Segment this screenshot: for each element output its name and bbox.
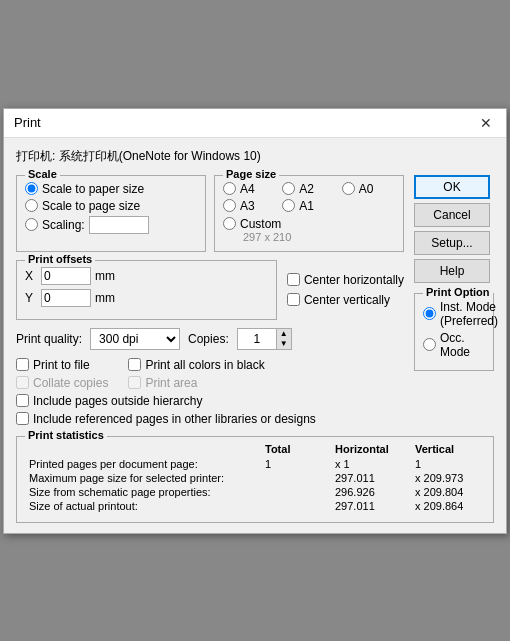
page-a1[interactable]: A1 [282, 199, 335, 213]
center-v-row[interactable]: Center vertically [287, 293, 404, 307]
scaling-radio[interactable] [25, 218, 38, 231]
stats-row1-label: Maximum page size for selected printer: [29, 472, 265, 484]
stats-row2-total [265, 486, 335, 498]
scale-paper-label: Scale to paper size [42, 182, 144, 196]
print-offsets-title: Print offsets [25, 253, 95, 265]
copies-spinner-btns: ▲ ▼ [277, 328, 292, 350]
action-buttons: OK Cancel Setup... Help Print Option Ins… [414, 175, 494, 430]
stats-row2-vertical: x 209.804 [415, 486, 485, 498]
x-input[interactable] [41, 267, 91, 285]
scale-group: Scale Scale to paper size Scale to page … [16, 175, 206, 252]
print-statistics-group: Print statistics Total Horizontal Vertic… [16, 436, 494, 523]
print-to-file-checkbox[interactable] [16, 358, 29, 371]
print-to-file-label: Print to file [33, 358, 90, 372]
offset-x-row: X mm [25, 267, 268, 285]
stats-row-2: Size from schematic page properties: 296… [25, 486, 485, 498]
stats-row-1: Maximum page size for selected printer: … [25, 472, 485, 484]
print-option-title: Print Option [423, 286, 493, 298]
center-h-checkbox[interactable] [287, 273, 300, 286]
cancel-button[interactable]: Cancel [414, 203, 490, 227]
stats-row0-vertical: 1 [415, 458, 485, 470]
include-pages-label: Include pages outside hierarchy [33, 394, 202, 408]
help-button[interactable]: Help [414, 259, 490, 283]
page-a2[interactable]: A2 [282, 182, 335, 196]
center-v-label: Center vertically [304, 293, 390, 307]
ok-button[interactable]: OK [414, 175, 490, 199]
center-h-row[interactable]: Center horizontally [287, 273, 404, 287]
stats-col-horizontal: Horizontal [335, 443, 415, 455]
x-label: X [25, 269, 37, 283]
stats-col-total: Total [265, 443, 335, 455]
page-a0[interactable]: A0 [342, 182, 395, 196]
scale-page-row[interactable]: Scale to page size [25, 199, 197, 213]
print-area-label: Print area [145, 376, 197, 390]
stats-row0-total: 1 [265, 458, 335, 470]
options-row: Print to file Collate copies Print all c… [16, 358, 404, 390]
y-unit: mm [95, 291, 115, 305]
stats-row1-vertical: x 209.973 [415, 472, 485, 484]
stats-row3-vertical: x 209.864 [415, 500, 485, 512]
stats-row3-label: Size of actual printout: [29, 500, 265, 512]
copies-down-btn[interactable]: ▼ [277, 339, 291, 349]
page-size-title: Page size [223, 168, 279, 180]
setup-button[interactable]: Setup... [414, 231, 490, 255]
occ-mode-radio[interactable] [423, 338, 436, 351]
print-to-file-row[interactable]: Print to file [16, 358, 108, 372]
stats-row-3: Size of actual printout: 297.011 x 209.8… [25, 500, 485, 512]
stats-row0-horizontal: x 1 [335, 458, 415, 470]
scale-paper-radio[interactable] [25, 182, 38, 195]
stats-header: Total Horizontal Vertical [25, 443, 485, 455]
print-all-black-row[interactable]: Print all colors in black [128, 358, 264, 372]
stats-row-0: Printed pages per document page: 1 x 1 1 [25, 458, 485, 470]
stats-row3-horizontal: 297.011 [335, 500, 415, 512]
y-input[interactable] [41, 289, 91, 307]
include-referenced-row[interactable]: Include referenced pages in other librar… [16, 412, 404, 426]
print-area-row: Print area [128, 376, 264, 390]
print-offsets-group: Print offsets X mm Y mm [16, 260, 277, 320]
print-all-black-checkbox[interactable] [128, 358, 141, 371]
page-size-group: Page size A4 A2 [214, 175, 404, 252]
copies-spinner: ▲ ▼ [237, 328, 292, 350]
include-pages-checkbox[interactable] [16, 394, 29, 407]
include-referenced-checkbox[interactable] [16, 412, 29, 425]
scaling-label: Scaling: [42, 218, 85, 232]
scaling-row[interactable]: Scaling: 1.00029 [25, 216, 197, 234]
y-label: Y [25, 291, 37, 305]
inst-mode-label: Inst. Mode (Preferred) [440, 300, 498, 328]
stats-row3-total [265, 500, 335, 512]
quality-select[interactable]: 300 dpi 600 dpi 150 dpi [90, 328, 180, 350]
scale-paper-row[interactable]: Scale to paper size [25, 182, 197, 196]
stats-title: Print statistics [25, 429, 107, 441]
copies-up-btn[interactable]: ▲ [277, 329, 291, 339]
print-area-checkbox [128, 376, 141, 389]
dialog-title: Print [14, 115, 41, 130]
collate-checkbox [16, 376, 29, 389]
close-button[interactable]: ✕ [476, 115, 496, 131]
print-dialog: Print ✕ 打印机: 系统打印机(OneNote for Windows 1… [3, 108, 507, 534]
scaling-input[interactable]: 1.00029 [89, 216, 149, 234]
x-unit: mm [95, 269, 115, 283]
stats-col-vertical: Vertical [415, 443, 485, 455]
quality-label: Print quality: [16, 332, 82, 346]
include-pages-row[interactable]: Include pages outside hierarchy [16, 394, 404, 408]
occ-mode-row[interactable]: Occ. Mode [423, 331, 485, 359]
inst-mode-row[interactable]: Inst. Mode (Preferred) [423, 300, 485, 328]
copies-label: Copies: [188, 332, 229, 346]
title-bar: Print ✕ [4, 109, 506, 138]
page-a4[interactable]: A4 [223, 182, 276, 196]
quality-row: Print quality: 300 dpi 600 dpi 150 dpi C… [16, 328, 404, 350]
occ-mode-label: Occ. Mode [440, 331, 485, 359]
stats-row2-label: Size from schematic page properties: [29, 486, 265, 498]
scale-title: Scale [25, 168, 60, 180]
inst-mode-radio[interactable] [423, 307, 436, 320]
print-all-black-label: Print all colors in black [145, 358, 264, 372]
copies-input[interactable] [237, 328, 277, 350]
stats-row0-label: Printed pages per document page: [29, 458, 265, 470]
scale-page-label: Scale to page size [42, 199, 140, 213]
page-custom-row[interactable]: Custom [223, 217, 395, 231]
stats-row2-horizontal: 296.926 [335, 486, 415, 498]
offset-y-row: Y mm [25, 289, 268, 307]
page-a3[interactable]: A3 [223, 199, 276, 213]
scale-page-radio[interactable] [25, 199, 38, 212]
center-v-checkbox[interactable] [287, 293, 300, 306]
